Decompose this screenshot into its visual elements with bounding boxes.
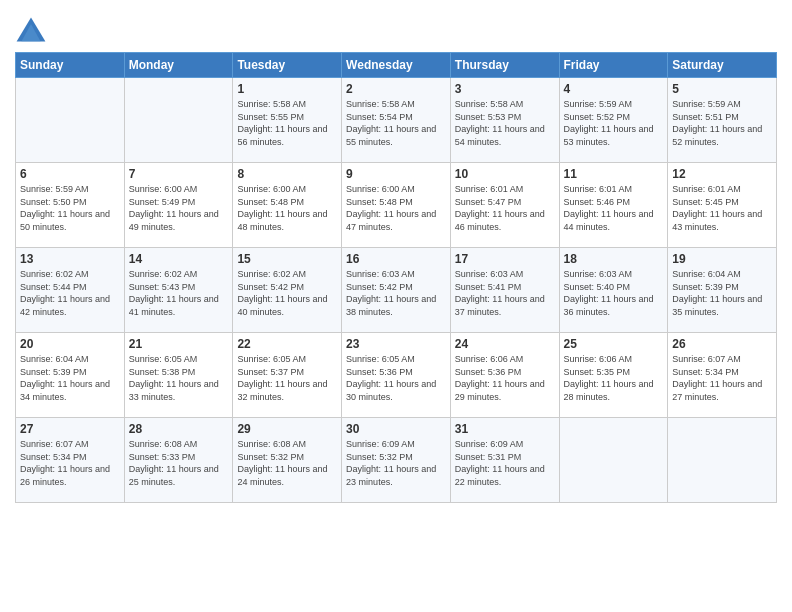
day-number: 6	[20, 167, 120, 181]
column-header-friday: Friday	[559, 53, 668, 78]
day-cell	[124, 78, 233, 163]
week-row-1: 1Sunrise: 5:58 AM Sunset: 5:55 PM Daylig…	[16, 78, 777, 163]
day-info: Sunrise: 6:06 AM Sunset: 5:36 PM Dayligh…	[455, 353, 555, 403]
day-info: Sunrise: 6:00 AM Sunset: 5:49 PM Dayligh…	[129, 183, 229, 233]
week-row-3: 13Sunrise: 6:02 AM Sunset: 5:44 PM Dayli…	[16, 248, 777, 333]
day-cell: 30Sunrise: 6:09 AM Sunset: 5:32 PM Dayli…	[342, 418, 451, 503]
day-cell: 8Sunrise: 6:00 AM Sunset: 5:48 PM Daylig…	[233, 163, 342, 248]
day-number: 29	[237, 422, 337, 436]
day-number: 23	[346, 337, 446, 351]
day-info: Sunrise: 6:09 AM Sunset: 5:31 PM Dayligh…	[455, 438, 555, 488]
day-info: Sunrise: 6:07 AM Sunset: 5:34 PM Dayligh…	[672, 353, 772, 403]
day-cell: 7Sunrise: 6:00 AM Sunset: 5:49 PM Daylig…	[124, 163, 233, 248]
day-cell: 9Sunrise: 6:00 AM Sunset: 5:48 PM Daylig…	[342, 163, 451, 248]
day-cell: 19Sunrise: 6:04 AM Sunset: 5:39 PM Dayli…	[668, 248, 777, 333]
day-cell: 25Sunrise: 6:06 AM Sunset: 5:35 PM Dayli…	[559, 333, 668, 418]
day-cell	[559, 418, 668, 503]
day-cell	[16, 78, 125, 163]
day-cell: 20Sunrise: 6:04 AM Sunset: 5:39 PM Dayli…	[16, 333, 125, 418]
day-cell: 13Sunrise: 6:02 AM Sunset: 5:44 PM Dayli…	[16, 248, 125, 333]
day-number: 4	[564, 82, 664, 96]
day-cell: 23Sunrise: 6:05 AM Sunset: 5:36 PM Dayli…	[342, 333, 451, 418]
day-cell: 16Sunrise: 6:03 AM Sunset: 5:42 PM Dayli…	[342, 248, 451, 333]
logo	[15, 16, 51, 48]
header-row: SundayMondayTuesdayWednesdayThursdayFrid…	[16, 53, 777, 78]
day-number: 22	[237, 337, 337, 351]
day-number: 3	[455, 82, 555, 96]
day-info: Sunrise: 6:05 AM Sunset: 5:36 PM Dayligh…	[346, 353, 446, 403]
day-info: Sunrise: 6:07 AM Sunset: 5:34 PM Dayligh…	[20, 438, 120, 488]
day-cell: 17Sunrise: 6:03 AM Sunset: 5:41 PM Dayli…	[450, 248, 559, 333]
day-info: Sunrise: 6:02 AM Sunset: 5:42 PM Dayligh…	[237, 268, 337, 318]
day-number: 12	[672, 167, 772, 181]
day-number: 21	[129, 337, 229, 351]
day-number: 17	[455, 252, 555, 266]
logo-icon	[15, 16, 47, 48]
day-info: Sunrise: 6:02 AM Sunset: 5:44 PM Dayligh…	[20, 268, 120, 318]
day-cell: 15Sunrise: 6:02 AM Sunset: 5:42 PM Dayli…	[233, 248, 342, 333]
day-info: Sunrise: 5:59 AM Sunset: 5:51 PM Dayligh…	[672, 98, 772, 148]
day-info: Sunrise: 6:04 AM Sunset: 5:39 PM Dayligh…	[672, 268, 772, 318]
day-number: 20	[20, 337, 120, 351]
day-info: Sunrise: 6:01 AM Sunset: 5:46 PM Dayligh…	[564, 183, 664, 233]
day-number: 30	[346, 422, 446, 436]
day-cell: 11Sunrise: 6:01 AM Sunset: 5:46 PM Dayli…	[559, 163, 668, 248]
day-info: Sunrise: 5:58 AM Sunset: 5:53 PM Dayligh…	[455, 98, 555, 148]
day-number: 13	[20, 252, 120, 266]
day-info: Sunrise: 5:58 AM Sunset: 5:54 PM Dayligh…	[346, 98, 446, 148]
day-cell: 29Sunrise: 6:08 AM Sunset: 5:32 PM Dayli…	[233, 418, 342, 503]
day-number: 11	[564, 167, 664, 181]
day-number: 8	[237, 167, 337, 181]
day-info: Sunrise: 5:59 AM Sunset: 5:52 PM Dayligh…	[564, 98, 664, 148]
day-info: Sunrise: 6:03 AM Sunset: 5:41 PM Dayligh…	[455, 268, 555, 318]
day-info: Sunrise: 6:05 AM Sunset: 5:37 PM Dayligh…	[237, 353, 337, 403]
day-cell: 5Sunrise: 5:59 AM Sunset: 5:51 PM Daylig…	[668, 78, 777, 163]
day-number: 10	[455, 167, 555, 181]
day-info: Sunrise: 6:02 AM Sunset: 5:43 PM Dayligh…	[129, 268, 229, 318]
column-header-saturday: Saturday	[668, 53, 777, 78]
day-cell: 14Sunrise: 6:02 AM Sunset: 5:43 PM Dayli…	[124, 248, 233, 333]
day-info: Sunrise: 6:06 AM Sunset: 5:35 PM Dayligh…	[564, 353, 664, 403]
day-info: Sunrise: 6:01 AM Sunset: 5:47 PM Dayligh…	[455, 183, 555, 233]
calendar-table: SundayMondayTuesdayWednesdayThursdayFrid…	[15, 52, 777, 503]
day-info: Sunrise: 5:59 AM Sunset: 5:50 PM Dayligh…	[20, 183, 120, 233]
day-number: 14	[129, 252, 229, 266]
day-cell: 12Sunrise: 6:01 AM Sunset: 5:45 PM Dayli…	[668, 163, 777, 248]
day-cell: 18Sunrise: 6:03 AM Sunset: 5:40 PM Dayli…	[559, 248, 668, 333]
week-row-2: 6Sunrise: 5:59 AM Sunset: 5:50 PM Daylig…	[16, 163, 777, 248]
column-header-wednesday: Wednesday	[342, 53, 451, 78]
day-cell: 31Sunrise: 6:09 AM Sunset: 5:31 PM Dayli…	[450, 418, 559, 503]
day-info: Sunrise: 6:01 AM Sunset: 5:45 PM Dayligh…	[672, 183, 772, 233]
day-number: 16	[346, 252, 446, 266]
day-info: Sunrise: 6:03 AM Sunset: 5:40 PM Dayligh…	[564, 268, 664, 318]
day-info: Sunrise: 6:03 AM Sunset: 5:42 PM Dayligh…	[346, 268, 446, 318]
day-number: 9	[346, 167, 446, 181]
column-header-sunday: Sunday	[16, 53, 125, 78]
day-cell: 26Sunrise: 6:07 AM Sunset: 5:34 PM Dayli…	[668, 333, 777, 418]
day-info: Sunrise: 6:08 AM Sunset: 5:32 PM Dayligh…	[237, 438, 337, 488]
day-info: Sunrise: 6:00 AM Sunset: 5:48 PM Dayligh…	[237, 183, 337, 233]
day-number: 31	[455, 422, 555, 436]
day-cell: 6Sunrise: 5:59 AM Sunset: 5:50 PM Daylig…	[16, 163, 125, 248]
day-cell: 4Sunrise: 5:59 AM Sunset: 5:52 PM Daylig…	[559, 78, 668, 163]
column-header-monday: Monday	[124, 53, 233, 78]
day-number: 25	[564, 337, 664, 351]
day-cell: 24Sunrise: 6:06 AM Sunset: 5:36 PM Dayli…	[450, 333, 559, 418]
page-header	[15, 10, 777, 48]
day-number: 1	[237, 82, 337, 96]
day-info: Sunrise: 6:08 AM Sunset: 5:33 PM Dayligh…	[129, 438, 229, 488]
day-cell: 21Sunrise: 6:05 AM Sunset: 5:38 PM Dayli…	[124, 333, 233, 418]
day-number: 18	[564, 252, 664, 266]
day-cell: 22Sunrise: 6:05 AM Sunset: 5:37 PM Dayli…	[233, 333, 342, 418]
day-number: 5	[672, 82, 772, 96]
day-number: 19	[672, 252, 772, 266]
day-cell	[668, 418, 777, 503]
day-cell: 28Sunrise: 6:08 AM Sunset: 5:33 PM Dayli…	[124, 418, 233, 503]
day-number: 27	[20, 422, 120, 436]
day-info: Sunrise: 6:04 AM Sunset: 5:39 PM Dayligh…	[20, 353, 120, 403]
day-info: Sunrise: 5:58 AM Sunset: 5:55 PM Dayligh…	[237, 98, 337, 148]
column-header-tuesday: Tuesday	[233, 53, 342, 78]
day-number: 15	[237, 252, 337, 266]
day-info: Sunrise: 6:09 AM Sunset: 5:32 PM Dayligh…	[346, 438, 446, 488]
day-number: 7	[129, 167, 229, 181]
